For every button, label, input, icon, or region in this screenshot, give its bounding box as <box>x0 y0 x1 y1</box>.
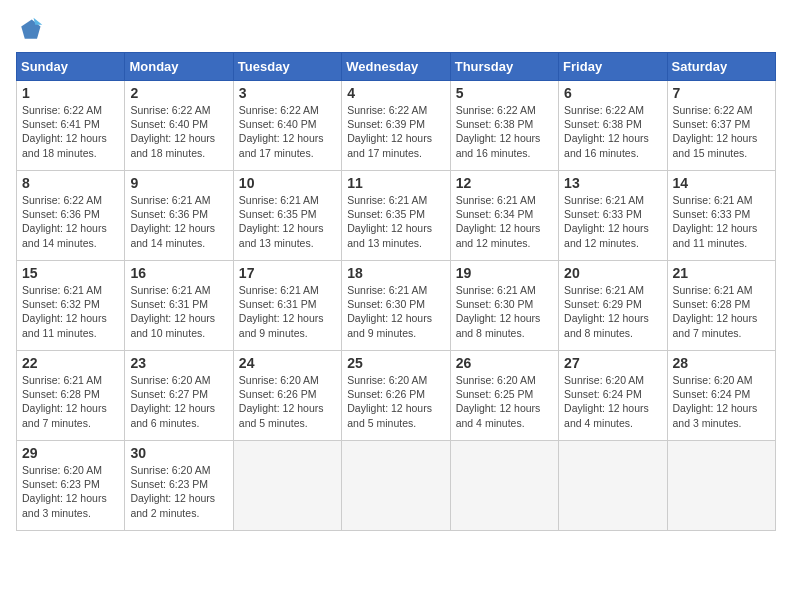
day-number: 4 <box>347 85 444 101</box>
calendar-cell: 19 Sunrise: 6:21 AMSunset: 6:30 PMDaylig… <box>450 261 558 351</box>
day-number: 20 <box>564 265 661 281</box>
calendar-cell: 13 Sunrise: 6:21 AMSunset: 6:33 PMDaylig… <box>559 171 667 261</box>
calendar-cell: 12 Sunrise: 6:21 AMSunset: 6:34 PMDaylig… <box>450 171 558 261</box>
day-info: Sunrise: 6:21 AMSunset: 6:32 PMDaylight:… <box>22 283 119 340</box>
day-info: Sunrise: 6:20 AMSunset: 6:24 PMDaylight:… <box>564 373 661 430</box>
day-info: Sunrise: 6:22 AMSunset: 6:38 PMDaylight:… <box>564 103 661 160</box>
calendar-cell: 3 Sunrise: 6:22 AMSunset: 6:40 PMDayligh… <box>233 81 341 171</box>
day-info: Sunrise: 6:20 AMSunset: 6:26 PMDaylight:… <box>239 373 336 430</box>
day-number: 22 <box>22 355 119 371</box>
day-number: 11 <box>347 175 444 191</box>
day-number: 10 <box>239 175 336 191</box>
calendar-cell: 11 Sunrise: 6:21 AMSunset: 6:35 PMDaylig… <box>342 171 450 261</box>
day-info: Sunrise: 6:21 AMSunset: 6:33 PMDaylight:… <box>564 193 661 250</box>
calendar-cell <box>233 441 341 531</box>
day-number: 23 <box>130 355 227 371</box>
calendar-cell <box>667 441 775 531</box>
day-number: 14 <box>673 175 770 191</box>
calendar-cell: 25 Sunrise: 6:20 AMSunset: 6:26 PMDaylig… <box>342 351 450 441</box>
calendar-cell: 9 Sunrise: 6:21 AMSunset: 6:36 PMDayligh… <box>125 171 233 261</box>
calendar-cell: 20 Sunrise: 6:21 AMSunset: 6:29 PMDaylig… <box>559 261 667 351</box>
day-info: Sunrise: 6:22 AMSunset: 6:41 PMDaylight:… <box>22 103 119 160</box>
calendar-week-2: 8 Sunrise: 6:22 AMSunset: 6:36 PMDayligh… <box>17 171 776 261</box>
calendar-cell: 1 Sunrise: 6:22 AMSunset: 6:41 PMDayligh… <box>17 81 125 171</box>
day-number: 21 <box>673 265 770 281</box>
weekday-thursday: Thursday <box>450 53 558 81</box>
day-info: Sunrise: 6:22 AMSunset: 6:37 PMDaylight:… <box>673 103 770 160</box>
calendar-cell: 6 Sunrise: 6:22 AMSunset: 6:38 PMDayligh… <box>559 81 667 171</box>
day-info: Sunrise: 6:20 AMSunset: 6:27 PMDaylight:… <box>130 373 227 430</box>
day-info: Sunrise: 6:20 AMSunset: 6:23 PMDaylight:… <box>130 463 227 520</box>
day-info: Sunrise: 6:21 AMSunset: 6:28 PMDaylight:… <box>673 283 770 340</box>
day-number: 27 <box>564 355 661 371</box>
calendar-cell <box>559 441 667 531</box>
day-info: Sunrise: 6:21 AMSunset: 6:30 PMDaylight:… <box>456 283 553 340</box>
day-number: 13 <box>564 175 661 191</box>
day-number: 3 <box>239 85 336 101</box>
day-info: Sunrise: 6:21 AMSunset: 6:35 PMDaylight:… <box>347 193 444 250</box>
day-info: Sunrise: 6:20 AMSunset: 6:25 PMDaylight:… <box>456 373 553 430</box>
calendar-cell: 24 Sunrise: 6:20 AMSunset: 6:26 PMDaylig… <box>233 351 341 441</box>
calendar-cell: 22 Sunrise: 6:21 AMSunset: 6:28 PMDaylig… <box>17 351 125 441</box>
day-info: Sunrise: 6:21 AMSunset: 6:31 PMDaylight:… <box>239 283 336 340</box>
day-info: Sunrise: 6:22 AMSunset: 6:39 PMDaylight:… <box>347 103 444 160</box>
calendar-cell: 23 Sunrise: 6:20 AMSunset: 6:27 PMDaylig… <box>125 351 233 441</box>
calendar-cell: 5 Sunrise: 6:22 AMSunset: 6:38 PMDayligh… <box>450 81 558 171</box>
calendar-cell: 10 Sunrise: 6:21 AMSunset: 6:35 PMDaylig… <box>233 171 341 261</box>
day-info: Sunrise: 6:21 AMSunset: 6:34 PMDaylight:… <box>456 193 553 250</box>
day-info: Sunrise: 6:21 AMSunset: 6:35 PMDaylight:… <box>239 193 336 250</box>
calendar-table: SundayMondayTuesdayWednesdayThursdayFrid… <box>16 52 776 531</box>
calendar-body: 1 Sunrise: 6:22 AMSunset: 6:41 PMDayligh… <box>17 81 776 531</box>
weekday-monday: Monday <box>125 53 233 81</box>
calendar-cell <box>342 441 450 531</box>
calendar-cell: 28 Sunrise: 6:20 AMSunset: 6:24 PMDaylig… <box>667 351 775 441</box>
weekday-wednesday: Wednesday <box>342 53 450 81</box>
day-info: Sunrise: 6:21 AMSunset: 6:29 PMDaylight:… <box>564 283 661 340</box>
calendar-cell: 16 Sunrise: 6:21 AMSunset: 6:31 PMDaylig… <box>125 261 233 351</box>
calendar-cell: 17 Sunrise: 6:21 AMSunset: 6:31 PMDaylig… <box>233 261 341 351</box>
calendar-cell: 8 Sunrise: 6:22 AMSunset: 6:36 PMDayligh… <box>17 171 125 261</box>
calendar-week-3: 15 Sunrise: 6:21 AMSunset: 6:32 PMDaylig… <box>17 261 776 351</box>
day-number: 15 <box>22 265 119 281</box>
weekday-sunday: Sunday <box>17 53 125 81</box>
day-number: 24 <box>239 355 336 371</box>
day-info: Sunrise: 6:20 AMSunset: 6:24 PMDaylight:… <box>673 373 770 430</box>
day-number: 6 <box>564 85 661 101</box>
day-info: Sunrise: 6:21 AMSunset: 6:30 PMDaylight:… <box>347 283 444 340</box>
day-number: 19 <box>456 265 553 281</box>
calendar-cell: 29 Sunrise: 6:20 AMSunset: 6:23 PMDaylig… <box>17 441 125 531</box>
day-number: 2 <box>130 85 227 101</box>
calendar-cell: 4 Sunrise: 6:22 AMSunset: 6:39 PMDayligh… <box>342 81 450 171</box>
day-info: Sunrise: 6:20 AMSunset: 6:23 PMDaylight:… <box>22 463 119 520</box>
day-info: Sunrise: 6:21 AMSunset: 6:33 PMDaylight:… <box>673 193 770 250</box>
calendar-cell: 26 Sunrise: 6:20 AMSunset: 6:25 PMDaylig… <box>450 351 558 441</box>
day-number: 5 <box>456 85 553 101</box>
day-info: Sunrise: 6:21 AMSunset: 6:36 PMDaylight:… <box>130 193 227 250</box>
day-number: 29 <box>22 445 119 461</box>
calendar-cell: 21 Sunrise: 6:21 AMSunset: 6:28 PMDaylig… <box>667 261 775 351</box>
day-info: Sunrise: 6:22 AMSunset: 6:40 PMDaylight:… <box>239 103 336 160</box>
day-info: Sunrise: 6:22 AMSunset: 6:40 PMDaylight:… <box>130 103 227 160</box>
day-number: 17 <box>239 265 336 281</box>
day-info: Sunrise: 6:21 AMSunset: 6:28 PMDaylight:… <box>22 373 119 430</box>
weekday-saturday: Saturday <box>667 53 775 81</box>
calendar-cell: 7 Sunrise: 6:22 AMSunset: 6:37 PMDayligh… <box>667 81 775 171</box>
calendar-week-5: 29 Sunrise: 6:20 AMSunset: 6:23 PMDaylig… <box>17 441 776 531</box>
day-info: Sunrise: 6:20 AMSunset: 6:26 PMDaylight:… <box>347 373 444 430</box>
day-number: 8 <box>22 175 119 191</box>
logo <box>16 16 48 44</box>
calendar-cell <box>450 441 558 531</box>
day-info: Sunrise: 6:22 AMSunset: 6:36 PMDaylight:… <box>22 193 119 250</box>
calendar-cell: 2 Sunrise: 6:22 AMSunset: 6:40 PMDayligh… <box>125 81 233 171</box>
calendar-cell: 15 Sunrise: 6:21 AMSunset: 6:32 PMDaylig… <box>17 261 125 351</box>
day-number: 12 <box>456 175 553 191</box>
day-number: 26 <box>456 355 553 371</box>
day-number: 30 <box>130 445 227 461</box>
calendar-cell: 14 Sunrise: 6:21 AMSunset: 6:33 PMDaylig… <box>667 171 775 261</box>
weekday-tuesday: Tuesday <box>233 53 341 81</box>
calendar-cell: 27 Sunrise: 6:20 AMSunset: 6:24 PMDaylig… <box>559 351 667 441</box>
day-number: 7 <box>673 85 770 101</box>
calendar-week-1: 1 Sunrise: 6:22 AMSunset: 6:41 PMDayligh… <box>17 81 776 171</box>
day-number: 1 <box>22 85 119 101</box>
day-number: 18 <box>347 265 444 281</box>
